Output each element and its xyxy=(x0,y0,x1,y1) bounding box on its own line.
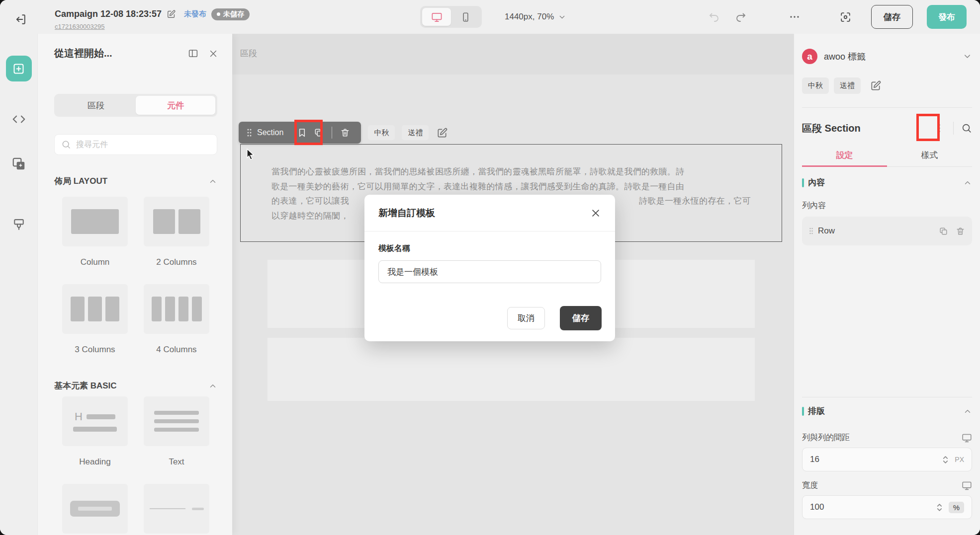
element-card-divider[interactable] xyxy=(144,484,209,534)
section-toolbar: Section 中秋 送禮 xyxy=(239,122,448,144)
left-icon-rail xyxy=(0,34,37,535)
campaign-id-link[interactable]: c1721630003295 xyxy=(55,23,105,30)
responsive-desktop-icon[interactable] xyxy=(962,480,972,491)
content-block-heading: 內容 xyxy=(802,177,972,188)
template-name-input[interactable] xyxy=(378,260,601,283)
column-preview xyxy=(71,209,119,234)
theme-paint-button[interactable] xyxy=(8,214,30,235)
element-card-2columns[interactable] xyxy=(144,197,209,246)
mobile-view-toggle[interactable] xyxy=(451,8,480,26)
width-stepper[interactable] xyxy=(936,502,943,513)
redo-button[interactable] xyxy=(732,8,750,26)
section-tag-chip: 送禮 xyxy=(402,125,429,140)
top-bar: Campaign 12-08 18:23:57 未發布 未儲存 c1721630… xyxy=(0,0,980,34)
row-gap-input[interactable] xyxy=(810,455,942,464)
back-button[interactable] xyxy=(11,9,31,29)
section-menu-button[interactable] xyxy=(933,120,946,137)
duplicate-row-button[interactable] xyxy=(939,227,948,236)
settings-search-button[interactable] xyxy=(961,123,972,134)
delete-row-button[interactable] xyxy=(956,227,965,236)
settings-panel: a awoo 標籤 中秋 送禮 區段 Section xyxy=(794,34,980,535)
row-gap-input-group: PX xyxy=(802,448,972,471)
width-input[interactable] xyxy=(810,502,936,512)
element-4columns: 4 Columns xyxy=(136,284,217,355)
publish-button[interactable]: 發布 xyxy=(927,5,967,29)
close-panel-button[interactable] xyxy=(208,49,218,59)
collapse-layout-settings-chevron[interactable] xyxy=(963,407,972,416)
edit-title-button[interactable] xyxy=(167,9,176,19)
element-card-heading[interactable]: H xyxy=(62,396,128,446)
section-drop-zone xyxy=(232,34,794,75)
modal-close-button[interactable] xyxy=(590,208,601,219)
awoo-collapse-chevron[interactable] xyxy=(963,52,972,61)
element-card-button[interactable] xyxy=(62,484,128,534)
search-input[interactable] xyxy=(76,140,210,149)
row-drag-handle[interactable] xyxy=(809,227,813,235)
search-icon xyxy=(961,123,972,134)
modal-title: 新增自訂模板 xyxy=(378,207,435,220)
templates-button[interactable] xyxy=(8,153,30,175)
section-placeholder xyxy=(267,338,755,401)
trash-icon xyxy=(340,128,350,138)
close-icon xyxy=(590,208,601,219)
drag-dots-icon xyxy=(246,128,253,138)
width-unit: % xyxy=(949,502,964,513)
awoo-tags-label: awoo 標籤 xyxy=(824,51,866,63)
element-text: Text xyxy=(136,396,217,467)
save-as-template-button[interactable] xyxy=(293,124,310,141)
element-button xyxy=(54,484,136,534)
elements-panel-header: 從這裡開始... xyxy=(54,47,218,60)
settings-tabs: 設定 樣式 xyxy=(802,144,972,167)
collapse-panel-button[interactable] xyxy=(188,48,198,59)
save-button[interactable]: 儲存 xyxy=(871,5,913,29)
viewport-zoom-dropdown[interactable]: 1440px, 70% xyxy=(505,6,566,28)
element-card-3columns[interactable] xyxy=(62,284,128,334)
row-gap-unit: PX xyxy=(955,456,964,463)
device-toggle xyxy=(420,6,482,28)
redo-icon xyxy=(735,11,747,23)
title-block: Campaign 12-08 18:23:57 未發布 未儲存 c1721630… xyxy=(55,8,250,31)
element-card-4columns[interactable] xyxy=(144,284,209,334)
custom-code-button[interactable] xyxy=(8,108,30,130)
section-tag-chip: 中秋 xyxy=(368,125,395,140)
teal-accent-bar xyxy=(802,178,804,187)
row-gap-stepper[interactable] xyxy=(942,455,949,465)
preview-focus-button[interactable] xyxy=(836,8,854,26)
section-drag-handle[interactable] xyxy=(246,128,253,138)
row-item[interactable]: Row xyxy=(802,217,972,245)
duplicate-section-button[interactable] xyxy=(310,124,327,141)
collapse-basic-chevron[interactable] xyxy=(208,382,217,390)
element-divider xyxy=(136,484,217,534)
section-settings-title: 區段 Section xyxy=(802,122,861,135)
drag-dots-icon xyxy=(809,227,813,235)
delete-section-button[interactable] xyxy=(337,124,354,141)
element-card-text[interactable] xyxy=(144,396,209,446)
sidebar-collapse-icon xyxy=(188,48,198,59)
responsive-desktop-icon[interactable] xyxy=(962,433,972,443)
kebab-menu-icon xyxy=(934,123,945,134)
more-menu-button[interactable] xyxy=(786,8,803,26)
modal-cancel-button[interactable]: 取消 xyxy=(507,307,545,329)
edit-tags-button[interactable] xyxy=(870,80,882,91)
viewport-zoom-value: 1440px, 70% xyxy=(505,12,554,22)
awoo-tag-chip: 中秋 xyxy=(802,77,829,94)
collapse-content-chevron[interactable] xyxy=(963,178,972,187)
desktop-view-toggle[interactable] xyxy=(422,8,451,26)
element-search xyxy=(54,134,217,155)
stepper-chevrons-icon xyxy=(942,455,949,465)
element-card-column[interactable] xyxy=(62,197,128,246)
awoo-tags-row: 中秋 送禮 xyxy=(802,77,972,94)
tab-settings[interactable]: 設定 xyxy=(802,144,887,166)
tab-style[interactable]: 樣式 xyxy=(887,144,972,166)
tab-elements[interactable]: 元件 xyxy=(136,96,215,115)
pencil-square-icon xyxy=(167,9,176,19)
topbar-center: 1440px, 70% xyxy=(420,6,566,28)
add-elements-button[interactable] xyxy=(6,56,32,81)
undo-button[interactable] xyxy=(705,8,723,26)
edit-section-tags-button[interactable] xyxy=(437,127,448,139)
collapse-layout-chevron[interactable] xyxy=(208,177,217,186)
stepper-chevrons-icon xyxy=(936,502,943,513)
modal-save-button[interactable]: 儲存 xyxy=(560,306,602,330)
tab-sections[interactable]: 區段 xyxy=(56,96,136,115)
trash-icon xyxy=(956,227,965,236)
